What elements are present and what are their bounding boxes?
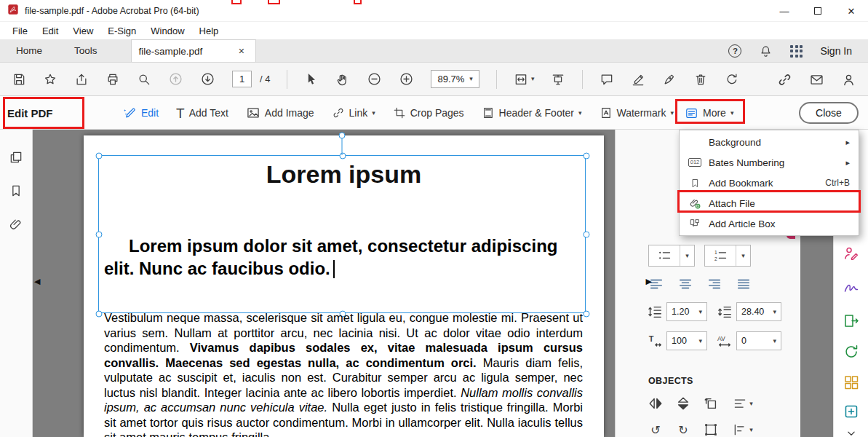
crop-pages-button[interactable]: Crop Pages xyxy=(393,106,464,119)
selection-handle[interactable] xyxy=(96,232,103,238)
fit-width-icon[interactable]: ▾ xyxy=(514,72,535,87)
save-icon[interactable] xyxy=(12,72,26,87)
line-spacing-dropdown[interactable]: 1.20 ▾ xyxy=(666,302,707,321)
tab-home[interactable]: Home xyxy=(0,39,58,62)
add-text-button[interactable]: T Add Text xyxy=(176,106,228,120)
collapse-left-panel-icon[interactable]: ◀ xyxy=(34,277,40,286)
star-icon[interactable] xyxy=(43,72,57,87)
menu-file[interactable]: File xyxy=(6,24,34,38)
request-signatures-icon[interactable] xyxy=(842,244,861,263)
more-tools-chevron-icon[interactable] xyxy=(842,424,861,437)
comment-icon[interactable] xyxy=(600,72,614,87)
menu-esign[interactable]: E-Sign xyxy=(101,24,143,38)
align-right-icon[interactable] xyxy=(706,275,723,293)
rotate-pages-icon[interactable] xyxy=(725,72,739,87)
notifications-bell-icon[interactable] xyxy=(759,44,773,58)
selection-handle[interactable] xyxy=(96,153,103,160)
menu-item-bates-numbering[interactable]: 012 Bates Numbering ▸ xyxy=(680,152,859,173)
document-subtitle[interactable]: Lorem ipsum dolor sit amet, consectetur … xyxy=(104,235,573,280)
menu-item-add-bookmark[interactable]: Add Bookmark Ctrl+B xyxy=(680,173,859,193)
print-icon[interactable] xyxy=(105,72,120,87)
selection-handle[interactable] xyxy=(96,311,103,318)
document-title[interactable]: Lorem ipsum xyxy=(84,160,604,189)
align-objects-dropdown[interactable]: ▾ xyxy=(729,421,757,437)
maximize-button[interactable] xyxy=(801,0,835,22)
profile-icon[interactable] xyxy=(841,72,856,87)
bookmarks-panel-icon[interactable] xyxy=(9,184,23,198)
more-button[interactable]: More ▾ xyxy=(685,102,733,124)
menu-help[interactable]: Help xyxy=(193,24,226,38)
character-spacing-dropdown[interactable]: 0 ▾ xyxy=(736,331,781,350)
organize-pages-icon[interactable] xyxy=(842,373,861,392)
paragraph-spacing-dropdown[interactable]: 28.40 ▾ xyxy=(736,302,781,321)
zoom-out-icon[interactable] xyxy=(367,71,382,87)
selection-handle[interactable] xyxy=(340,153,346,160)
menu-item-attach-file[interactable]: Attach File xyxy=(680,193,859,213)
minimize-button[interactable]: — xyxy=(768,0,801,22)
doc-body[interactable]: Vestibulum neque massa, scelerisque sit … xyxy=(104,310,583,437)
tab-close-icon[interactable]: ✕ xyxy=(235,45,247,58)
rotate-counterclockwise-icon[interactable]: ↺ xyxy=(646,421,665,437)
zoom-in-icon[interactable] xyxy=(399,71,414,87)
convert-pdf-icon[interactable] xyxy=(842,342,861,361)
compress-pdf-icon[interactable] xyxy=(842,402,861,421)
align-justify-icon[interactable] xyxy=(735,275,752,293)
email-icon[interactable] xyxy=(809,72,824,87)
reading-mode-icon[interactable] xyxy=(551,72,565,87)
add-image-button[interactable]: Add Image xyxy=(246,106,314,120)
share-icon[interactable] xyxy=(74,72,89,87)
attachments-panel-icon[interactable] xyxy=(9,217,23,232)
hand-tool-icon[interactable] xyxy=(335,72,350,87)
page-number-input[interactable]: 1 xyxy=(232,71,252,87)
numbered-list-dropdown[interactable]: 12 ▾ xyxy=(704,245,751,267)
selection-handle[interactable] xyxy=(584,232,590,238)
tab-tools[interactable]: Tools xyxy=(58,39,114,62)
collapse-right-panel-icon[interactable]: ▶ xyxy=(646,277,652,286)
image-icon xyxy=(246,106,260,120)
close-window-button[interactable]: ✕ xyxy=(835,0,868,22)
selection-handle[interactable] xyxy=(584,153,590,160)
next-page-icon[interactable] xyxy=(200,71,215,87)
page-thumbnails-icon[interactable] xyxy=(9,150,23,165)
menu-window[interactable]: Window xyxy=(144,24,191,38)
help-icon[interactable]: ? xyxy=(728,44,741,58)
app-grid-icon[interactable] xyxy=(790,45,803,58)
tab-document[interactable]: file-sample.pdf ✕ xyxy=(131,39,256,62)
object-frame-icon[interactable] xyxy=(701,421,720,437)
selection-handle[interactable] xyxy=(584,311,590,318)
link-menu-button[interactable]: Link ▾ xyxy=(332,106,375,119)
rotate-clockwise-icon[interactable]: ↻ xyxy=(674,421,693,437)
arrange-objects-dropdown[interactable]: ▾ xyxy=(729,395,757,412)
subtitle-text: Lorem ipsum dolor sit amet, consectetur … xyxy=(104,236,557,278)
rotation-handle[interactable] xyxy=(339,133,346,139)
menu-edit[interactable]: Edit xyxy=(36,24,65,38)
zoom-level-dropdown[interactable]: 89.7%▾ xyxy=(431,70,479,88)
select-cursor-icon[interactable] xyxy=(304,72,319,87)
menu-item-add-article-box[interactable]: Add Article Box xyxy=(680,213,859,234)
sign-pen-icon[interactable] xyxy=(662,72,677,87)
watermark-button[interactable]: Watermark ▾ xyxy=(600,106,674,119)
bullet-list-dropdown[interactable]: ▾ xyxy=(648,245,695,267)
horizontal-scale-dropdown[interactable]: 100 ▾ xyxy=(666,331,707,350)
search-zoom-icon[interactable] xyxy=(137,72,151,87)
close-edit-button[interactable]: Close xyxy=(799,102,859,124)
link-icon[interactable] xyxy=(777,72,792,87)
previous-page-icon[interactable] xyxy=(168,71,183,87)
align-center-icon[interactable] xyxy=(677,275,694,293)
export-pdf-icon[interactable] xyxy=(842,312,861,331)
header-footer-button[interactable]: Header & Footer ▾ xyxy=(482,106,582,119)
pdf-page[interactable]: Lorem ipsum Lorem ipsum dolor sit amet, … xyxy=(84,135,604,437)
menu-item-background[interactable]: Background ▸ xyxy=(680,132,859,152)
flip-vertical-icon[interactable] xyxy=(674,395,693,412)
toolbar-divider xyxy=(287,70,287,89)
trash-icon[interactable] xyxy=(693,72,708,87)
edit-tool-button[interactable]: Edit xyxy=(122,106,159,120)
sign-in-button[interactable]: Sign In xyxy=(820,45,852,57)
flip-horizontal-icon[interactable] xyxy=(646,395,665,412)
crop-object-icon[interactable] xyxy=(701,395,720,412)
fill-and-sign-icon[interactable] xyxy=(842,279,861,298)
document-area: Lorem ipsum Lorem ipsum dolor sit amet, … xyxy=(33,130,648,437)
numbered-list-icon: 12 xyxy=(705,245,736,266)
highlighter-icon[interactable] xyxy=(631,72,645,87)
menu-view[interactable]: View xyxy=(66,24,100,38)
